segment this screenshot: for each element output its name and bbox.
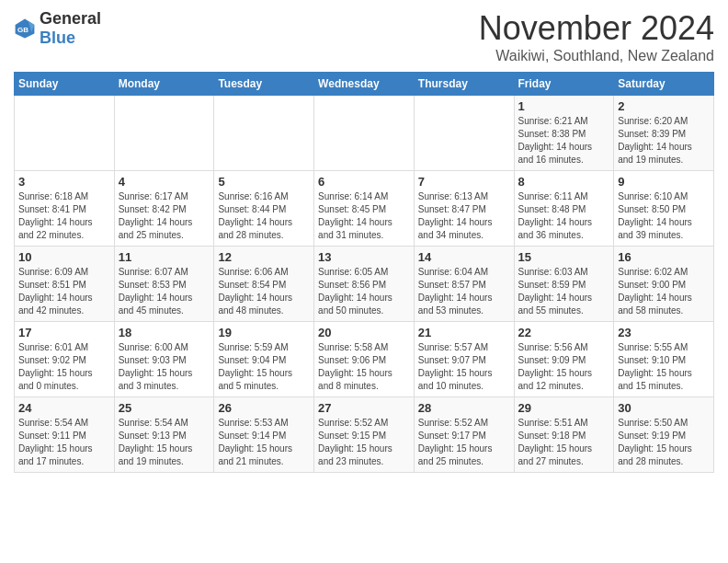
day-info: Sunrise: 6:05 AM Sunset: 8:56 PM Dayligh… [318,266,410,317]
calendar-header-row: SundayMondayTuesdayWednesdayThursdayFrid… [15,73,714,96]
calendar-cell: 10Sunrise: 6:09 AM Sunset: 8:51 PM Dayli… [15,247,115,322]
calendar-cell: 18Sunrise: 6:00 AM Sunset: 9:03 PM Dayli… [114,322,214,397]
calendar-cell [114,96,214,171]
day-info: Sunrise: 6:13 AM Sunset: 8:47 PM Dayligh… [418,190,510,242]
day-number: 22 [518,326,610,339]
calendar-cell: 28Sunrise: 5:52 AM Sunset: 9:17 PM Dayli… [414,397,514,473]
day-number: 12 [218,250,310,264]
day-info: Sunrise: 5:56 AM Sunset: 9:09 PM Dayligh… [518,341,610,393]
day-info: Sunrise: 6:06 AM Sunset: 8:54 PM Dayligh… [218,266,310,317]
month-title: November 2024 [479,9,714,48]
day-info: Sunrise: 5:57 AM Sunset: 9:07 PM Dayligh… [418,341,510,393]
calendar-cell: 19Sunrise: 5:59 AM Sunset: 9:04 PM Dayli… [214,322,314,397]
calendar-week-row: 1Sunrise: 6:21 AM Sunset: 8:38 PM Daylig… [15,96,714,171]
day-info: Sunrise: 6:16 AM Sunset: 8:44 PM Dayligh… [218,190,310,242]
calendar-cell: 4Sunrise: 6:17 AM Sunset: 8:42 PM Daylig… [114,171,214,247]
day-info: Sunrise: 6:00 AM Sunset: 9:03 PM Dayligh… [119,341,210,393]
day-info: Sunrise: 5:58 AM Sunset: 9:06 PM Dayligh… [318,341,410,393]
day-header-thursday: Thursday [414,73,514,96]
calendar-week-row: 10Sunrise: 6:09 AM Sunset: 8:51 PM Dayli… [15,247,714,322]
header: GB General Blue November 2024 Waikiwi, S… [14,9,714,64]
day-info: Sunrise: 6:04 AM Sunset: 8:57 PM Dayligh… [418,266,510,317]
day-info: Sunrise: 6:20 AM Sunset: 8:39 PM Dayligh… [618,115,710,167]
day-number: 9 [618,175,710,189]
day-number: 8 [518,175,610,189]
day-number: 15 [518,250,610,264]
day-number: 7 [418,175,510,189]
calendar-cell: 13Sunrise: 6:05 AM Sunset: 8:56 PM Dayli… [314,247,415,322]
day-info: Sunrise: 6:11 AM Sunset: 8:48 PM Dayligh… [518,190,610,242]
calendar-cell: 21Sunrise: 5:57 AM Sunset: 9:07 PM Dayli… [414,322,514,397]
calendar-cell: 24Sunrise: 5:54 AM Sunset: 9:11 PM Dayli… [15,397,115,473]
calendar-cell: 8Sunrise: 6:11 AM Sunset: 8:48 PM Daylig… [514,171,614,247]
day-number: 18 [119,326,210,339]
logo-icon: GB [14,17,36,40]
svg-text:GB: GB [17,26,28,34]
calendar-cell: 3Sunrise: 6:18 AM Sunset: 8:41 PM Daylig… [15,171,115,247]
day-number: 26 [218,401,310,415]
calendar-cell: 20Sunrise: 5:58 AM Sunset: 9:06 PM Dayli… [314,322,415,397]
day-info: Sunrise: 6:17 AM Sunset: 8:42 PM Dayligh… [119,190,210,242]
day-info: Sunrise: 5:54 AM Sunset: 9:13 PM Dayligh… [119,417,210,468]
day-number: 10 [18,250,110,264]
day-number: 25 [119,401,210,415]
calendar-cell: 16Sunrise: 6:02 AM Sunset: 9:00 PM Dayli… [614,247,714,322]
calendar-week-row: 24Sunrise: 5:54 AM Sunset: 9:11 PM Dayli… [15,397,714,473]
day-info: Sunrise: 6:07 AM Sunset: 8:53 PM Dayligh… [119,266,210,317]
day-header-wednesday: Wednesday [314,73,415,96]
day-number: 2 [618,99,710,113]
calendar-cell: 26Sunrise: 5:53 AM Sunset: 9:14 PM Dayli… [214,397,314,473]
calendar-cell: 22Sunrise: 5:56 AM Sunset: 9:09 PM Dayli… [514,322,614,397]
calendar-cell: 17Sunrise: 6:01 AM Sunset: 9:02 PM Dayli… [15,322,115,397]
day-info: Sunrise: 5:52 AM Sunset: 9:15 PM Dayligh… [318,417,410,468]
day-number: 5 [218,175,310,189]
day-number: 3 [18,175,110,189]
day-info: Sunrise: 6:02 AM Sunset: 9:00 PM Dayligh… [618,266,710,317]
day-info: Sunrise: 5:55 AM Sunset: 9:10 PM Dayligh… [618,341,710,393]
calendar-cell: 30Sunrise: 5:50 AM Sunset: 9:19 PM Dayli… [614,397,714,473]
day-number: 11 [119,250,210,264]
calendar-cell: 11Sunrise: 6:07 AM Sunset: 8:53 PM Dayli… [114,247,214,322]
day-info: Sunrise: 5:50 AM Sunset: 9:19 PM Dayligh… [618,417,710,468]
day-number: 17 [18,326,110,339]
day-info: Sunrise: 6:14 AM Sunset: 8:45 PM Dayligh… [318,190,410,242]
calendar-cell [314,96,415,171]
day-number: 6 [318,175,410,189]
calendar-cell [15,96,115,171]
calendar-cell: 9Sunrise: 6:10 AM Sunset: 8:50 PM Daylig… [614,171,714,247]
calendar-cell: 6Sunrise: 6:14 AM Sunset: 8:45 PM Daylig… [314,171,415,247]
calendar-week-row: 17Sunrise: 6:01 AM Sunset: 9:02 PM Dayli… [15,322,714,397]
calendar-cell: 5Sunrise: 6:16 AM Sunset: 8:44 PM Daylig… [214,171,314,247]
day-info: Sunrise: 5:59 AM Sunset: 9:04 PM Dayligh… [218,341,310,393]
day-number: 24 [18,401,110,415]
calendar-week-row: 3Sunrise: 6:18 AM Sunset: 8:41 PM Daylig… [15,171,714,247]
logo-general-text: General [40,9,101,28]
day-number: 23 [618,326,710,339]
day-info: Sunrise: 5:52 AM Sunset: 9:17 PM Dayligh… [418,417,510,468]
day-info: Sunrise: 5:53 AM Sunset: 9:14 PM Dayligh… [218,417,310,468]
day-number: 4 [119,175,210,189]
day-number: 30 [618,401,710,415]
calendar-cell: 27Sunrise: 5:52 AM Sunset: 9:15 PM Dayli… [314,397,415,473]
day-info: Sunrise: 6:01 AM Sunset: 9:02 PM Dayligh… [18,341,110,393]
logo-blue-text: Blue [40,29,75,47]
day-info: Sunrise: 6:10 AM Sunset: 8:50 PM Dayligh… [618,190,710,242]
day-number: 20 [318,326,410,339]
calendar-cell: 2Sunrise: 6:20 AM Sunset: 8:39 PM Daylig… [614,96,714,171]
day-info: Sunrise: 6:09 AM Sunset: 8:51 PM Dayligh… [18,266,110,317]
calendar-cell [414,96,514,171]
day-info: Sunrise: 6:18 AM Sunset: 8:41 PM Dayligh… [18,190,110,242]
day-info: Sunrise: 6:21 AM Sunset: 8:38 PM Dayligh… [518,115,610,167]
day-number: 16 [618,250,710,264]
day-info: Sunrise: 5:54 AM Sunset: 9:11 PM Dayligh… [18,417,110,468]
day-number: 14 [418,250,510,264]
day-header-monday: Monday [114,73,214,96]
calendar-cell: 1Sunrise: 6:21 AM Sunset: 8:38 PM Daylig… [514,96,614,171]
location-title: Waikiwi, Southland, New Zealand [479,48,714,64]
day-number: 27 [318,401,410,415]
day-header-friday: Friday [514,73,614,96]
calendar-cell: 29Sunrise: 5:51 AM Sunset: 9:18 PM Dayli… [514,397,614,473]
calendar-cell: 14Sunrise: 6:04 AM Sunset: 8:57 PM Dayli… [414,247,514,322]
title-area: November 2024 Waikiwi, Southland, New Ze… [479,9,714,64]
day-number: 1 [518,99,610,113]
